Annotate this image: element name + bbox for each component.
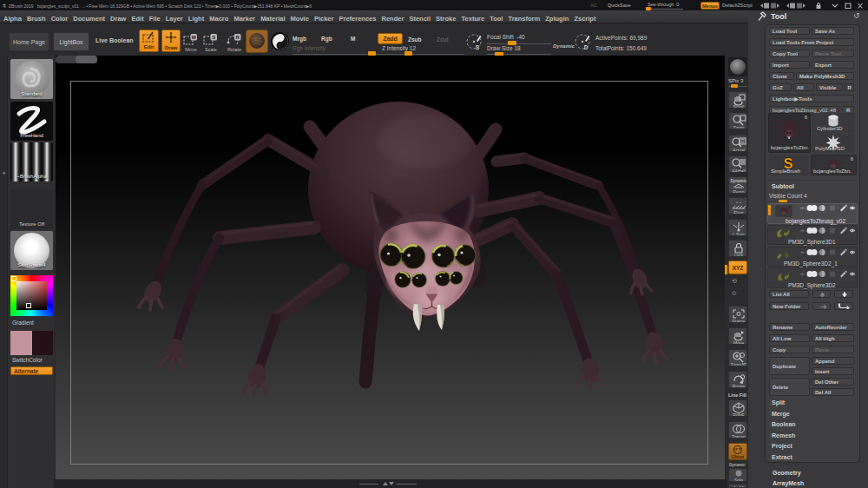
svg-text:Persp: Persp	[733, 189, 744, 194]
svg-text:Transp: Transp	[732, 434, 746, 439]
svg-text:Draw: Draw	[165, 45, 178, 50]
svg-text:Scroll: Scroll	[733, 104, 745, 109]
svg-text:Move: Move	[185, 47, 196, 52]
svg-text:Lock: Lock	[734, 253, 744, 257]
svg-text:D: D	[584, 44, 589, 50]
svg-text:Rotate: Rotate	[227, 47, 241, 52]
svg-text:⌄⌄: ⌄⌄	[735, 199, 742, 204]
svg-text:Floor: Floor	[733, 210, 744, 214]
svg-text:Scale: Scale	[205, 47, 217, 52]
svg-text:L.Sym: L.Sym	[733, 232, 745, 236]
svg-text:Rotate: Rotate	[733, 384, 746, 388]
svg-text:Dynamic: Dynamic	[731, 179, 747, 183]
svg-text:Zoom3D: Zoom3D	[730, 362, 747, 366]
svg-text:Move: Move	[733, 340, 744, 345]
svg-text:S: S	[476, 44, 480, 50]
svg-text:R: R	[236, 35, 240, 40]
svg-text:AAHalf: AAHalf	[732, 168, 746, 173]
svg-text:M: M	[192, 35, 196, 40]
svg-text:PolyF: PolyF	[733, 412, 745, 417]
svg-text:S: S	[212, 35, 215, 40]
svg-text:Edit: Edit	[144, 44, 154, 49]
svg-text:Solo: Solo	[734, 478, 743, 483]
svg-text:Zoom: Zoom	[733, 125, 745, 129]
svg-text:Actual: Actual	[733, 148, 745, 152]
svg-text:Ghost: Ghost	[732, 454, 745, 459]
svg-text:Frame: Frame	[733, 319, 746, 323]
